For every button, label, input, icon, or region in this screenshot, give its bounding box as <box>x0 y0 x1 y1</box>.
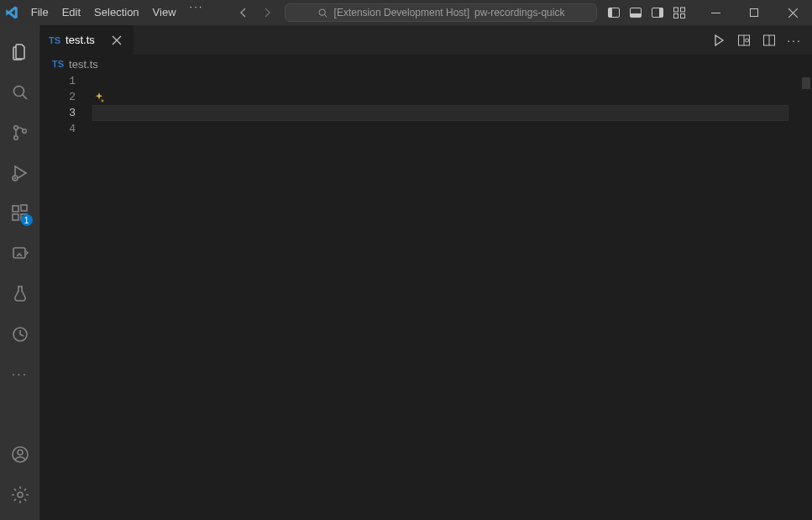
vscode-logo-icon[interactable] <box>0 5 24 20</box>
menu-bar: File Edit Selection View ··· <box>24 0 211 25</box>
activity-search-icon[interactable] <box>0 72 40 113</box>
extensions-badge: 1 <box>21 214 33 226</box>
svg-rect-3 <box>609 8 613 18</box>
breadcrumb-file: test.ts <box>69 58 98 71</box>
line-number: 2 <box>40 89 76 105</box>
overview-marker <box>802 77 810 89</box>
menu-edit[interactable]: Edit <box>55 0 87 25</box>
titlebar: File Edit Selection View ··· [Extension … <box>0 0 812 25</box>
menu-overflow[interactable]: ··· <box>183 0 211 25</box>
breadcrumb[interactable]: TS test.ts <box>40 55 812 73</box>
svg-rect-23 <box>21 205 27 211</box>
window-close-icon[interactable] <box>773 0 812 25</box>
activity-settings-icon[interactable] <box>0 475 40 515</box>
svg-rect-13 <box>750 8 757 16</box>
ts-file-icon: TS <box>52 59 64 69</box>
svg-line-1 <box>325 14 327 17</box>
tab-close-icon[interactable] <box>112 35 125 45</box>
svg-rect-7 <box>659 8 663 18</box>
activity-explorer-icon[interactable] <box>0 32 40 72</box>
svg-point-18 <box>22 129 26 134</box>
activity-bar: 1 ··· <box>0 25 40 520</box>
svg-point-27 <box>18 450 23 455</box>
toggle-secondary-sidebar-icon[interactable] <box>649 4 666 21</box>
code-area[interactable] <box>92 73 800 520</box>
svg-point-31 <box>746 39 749 42</box>
split-editor-icon[interactable] <box>762 33 777 48</box>
toggle-primary-sidebar-icon[interactable] <box>605 4 622 21</box>
line-number: 3 <box>40 105 76 121</box>
activity-custom1-icon[interactable] <box>0 234 40 274</box>
run-file-icon[interactable] <box>711 33 726 48</box>
nav-forward-icon[interactable] <box>259 0 275 25</box>
svg-rect-20 <box>13 206 18 212</box>
editor-actions: ··· <box>701 25 812 55</box>
toggle-panel-icon[interactable] <box>627 4 644 21</box>
line-gutter: 1 2 3 4 <box>40 73 92 520</box>
layout-controls <box>597 4 696 21</box>
activity-run-debug-icon[interactable] <box>0 153 40 193</box>
svg-point-17 <box>13 136 18 140</box>
svg-point-16 <box>13 126 18 130</box>
window-controls <box>696 0 812 25</box>
window-minimize-icon[interactable] <box>696 0 735 25</box>
activity-testing-icon[interactable] <box>0 274 40 314</box>
menu-file[interactable]: File <box>24 0 55 25</box>
activity-source-control-icon[interactable] <box>0 113 40 153</box>
menu-selection[interactable]: Selection <box>87 0 145 25</box>
customize-layout-icon[interactable] <box>671 4 688 21</box>
editor-region: TS test.ts ··· TS test.t <box>40 25 812 520</box>
command-center-prefix: [Extension Development Host] <box>334 7 469 18</box>
svg-rect-12 <box>711 13 720 13</box>
svg-rect-11 <box>681 14 685 18</box>
activity-overflow[interactable]: ··· <box>0 355 40 395</box>
window-maximize-icon[interactable] <box>735 0 773 25</box>
svg-point-14 <box>13 87 24 97</box>
editor-body: 1 2 3 4 <box>40 73 812 520</box>
nav-back-icon[interactable] <box>236 0 251 25</box>
svg-rect-10 <box>674 14 678 18</box>
activity-timeline-icon[interactable] <box>0 314 40 355</box>
svg-rect-5 <box>631 13 642 18</box>
svg-point-0 <box>319 9 325 15</box>
split-right-preview-icon[interactable] <box>736 33 752 48</box>
tab-label: test.ts <box>65 34 95 46</box>
command-center-project: pw-recordings-quick <box>474 7 564 18</box>
overview-ruler[interactable] <box>800 73 812 520</box>
workbench: 1 ··· TS test.ts <box>0 25 812 520</box>
svg-rect-9 <box>681 8 685 12</box>
nav-arrows <box>226 0 285 25</box>
svg-rect-21 <box>13 214 18 220</box>
editor-tabs: TS test.ts ··· <box>40 25 812 55</box>
svg-rect-8 <box>674 8 678 12</box>
svg-point-28 <box>18 492 23 497</box>
line-number: 1 <box>40 73 76 89</box>
tab-test-ts[interactable]: TS test.ts <box>40 25 134 55</box>
line-number: 4 <box>40 121 76 137</box>
activity-accounts-icon[interactable] <box>0 434 40 475</box>
search-icon <box>317 7 329 18</box>
editor-more-icon[interactable]: ··· <box>787 33 802 48</box>
command-center[interactable]: [Extension Development Host] pw-recordin… <box>285 3 597 22</box>
svg-line-15 <box>23 95 27 99</box>
menu-view[interactable]: View <box>146 0 183 25</box>
ts-file-icon: TS <box>49 35 60 45</box>
activity-extensions-icon[interactable]: 1 <box>0 193 40 234</box>
